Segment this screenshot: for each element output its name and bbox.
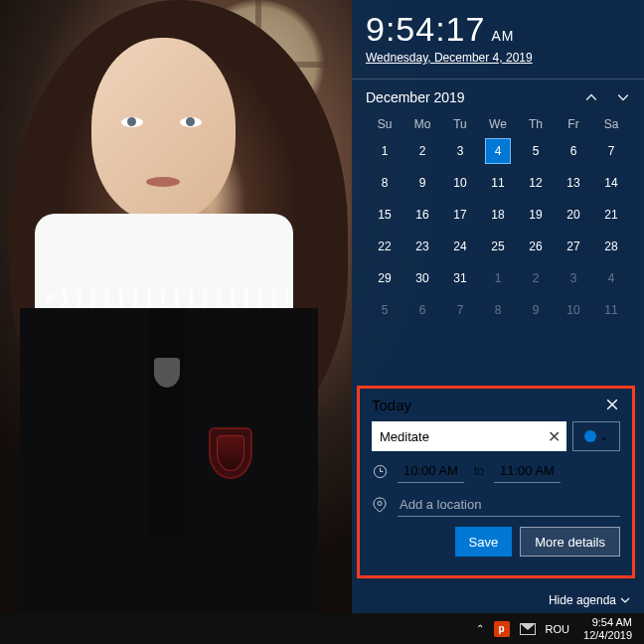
calendar-next-month-button[interactable]	[616, 90, 630, 104]
calendar-day-cell[interactable]: 10	[441, 167, 479, 199]
calendar-day-cell[interactable]: 2	[403, 135, 441, 167]
more-details-button[interactable]: More details	[520, 527, 620, 557]
calendar-day-cell[interactable]: 24	[441, 231, 479, 262]
calendar-day-cell[interactable]: 15	[366, 199, 403, 231]
calendar-dow-header: Tu	[441, 113, 479, 135]
clock-icon	[372, 464, 388, 479]
calendar-day-cell[interactable]: 7	[592, 135, 630, 167]
calendar-day-cell[interactable]: 29	[366, 262, 403, 294]
calendar-day-cell[interactable]: 14	[592, 167, 630, 199]
tray-overflow-button[interactable]: ⌃	[476, 623, 484, 634]
calendar-day-cell[interactable]: 9	[403, 167, 441, 199]
calendar-dow-header: Su	[366, 113, 403, 135]
calendar-day-cell[interactable]: 17	[441, 199, 479, 231]
calendar-dow-header: We	[479, 113, 517, 135]
hide-agenda-button[interactable]: Hide agenda	[549, 593, 630, 607]
location-icon	[372, 497, 388, 513]
event-color-dropdown[interactable]: ⌄	[572, 421, 620, 451]
event-start-time-field[interactable]: 10:00 AM	[398, 459, 464, 483]
calendar-day-cell[interactable]: 19	[517, 199, 555, 231]
clock-time: 9:54:17 AM	[366, 10, 630, 49]
tray-language-indicator[interactable]: ROU	[546, 623, 569, 635]
calendar-day-cell[interactable]: 23	[403, 231, 441, 262]
calendar-day-cell[interactable]: 26	[517, 231, 555, 262]
divider	[352, 79, 644, 80]
taskbar-clock[interactable]: 9:54 AM 12/4/2019	[577, 616, 638, 640]
wallpaper-figure-badge	[154, 358, 180, 388]
close-icon	[606, 399, 618, 410]
event-location-input[interactable]	[398, 493, 620, 517]
calendar-day-cell[interactable]: 3	[555, 262, 592, 294]
chevron-down-icon: ⌄	[600, 431, 608, 442]
calendar-day-cell[interactable]: 27	[555, 231, 592, 262]
calendar-day-cell[interactable]: 12	[517, 167, 555, 199]
calendar-day-cell[interactable]: 18	[479, 199, 517, 231]
calendar-prev-month-button[interactable]	[584, 90, 598, 104]
calendar-day-cell[interactable]: 11	[479, 167, 517, 199]
calendar-dow-header: Th	[517, 113, 555, 135]
calendar-day-cell[interactable]: 9	[517, 294, 555, 326]
calendar-day-cell[interactable]: 1	[479, 262, 517, 294]
agenda-close-button[interactable]	[606, 397, 620, 413]
calendar-day-cell[interactable]: 8	[366, 167, 403, 199]
calendar-day-cell[interactable]: 10	[555, 294, 592, 326]
wallpaper-figure-crest	[209, 427, 252, 479]
taskbar-date: 12/4/2019	[583, 629, 632, 641]
event-title-clear-button[interactable]: ✕	[548, 427, 561, 446]
calendar-day-cell[interactable]: 21	[592, 199, 630, 231]
calendar-day-cell[interactable]: 13	[555, 167, 592, 199]
taskbar-time: 9:54 AM	[583, 616, 632, 628]
calendar-day-cell[interactable]: 20	[555, 199, 592, 231]
calendar-day-cell[interactable]: 7	[441, 294, 479, 326]
clock-date-link[interactable]: Wednesday, December 4, 2019	[366, 51, 533, 65]
calendar-day-cell[interactable]: 5	[517, 135, 555, 167]
calendar-day-cell[interactable]: 8	[479, 294, 517, 326]
calendar-month-label[interactable]: December 2019	[366, 89, 465, 105]
save-button[interactable]: Save	[455, 527, 513, 557]
wallpaper-figure-tie	[149, 308, 185, 537]
agenda-header: Today	[372, 397, 411, 413]
calendar-day-cell[interactable]: 25	[479, 231, 517, 262]
calendar-day-cell[interactable]: 1	[366, 135, 403, 167]
calendar-color-dot-icon	[584, 430, 596, 442]
calendar-day-cell[interactable]: 6	[403, 294, 441, 326]
system-tray[interactable]: ⌃ p ROU	[476, 621, 569, 637]
clock-ampm: AM	[491, 28, 514, 44]
calendar-grid: SuMoTuWeThFrSa 1234567891011121314151617…	[366, 113, 630, 326]
calendar-dow-header: Sa	[592, 113, 630, 135]
chevron-down-icon	[620, 595, 630, 605]
event-time-to-label: to	[474, 464, 484, 478]
event-title-input[interactable]	[380, 429, 559, 444]
calendar-day-cell[interactable]: 2	[517, 262, 555, 294]
calendar-dow-header: Fr	[555, 113, 592, 135]
calendar-day-cell[interactable]: 28	[592, 231, 630, 262]
calendar-dow-header: Mo	[403, 113, 441, 135]
clock-time-value: 9:54:17	[366, 10, 485, 49]
calendar-day-cell[interactable]: 6	[555, 135, 592, 167]
calendar-day-cell[interactable]: 16	[403, 199, 441, 231]
calendar-day-cell[interactable]: 4	[479, 135, 517, 167]
svg-point-1	[378, 502, 382, 506]
tray-mail-icon[interactable]	[520, 623, 536, 635]
agenda-quick-event-panel: Today ✕ ⌄ 10:00 AM to 11:00 AM Save More…	[357, 386, 635, 578]
hide-agenda-label: Hide agenda	[549, 593, 616, 607]
calendar-day-cell[interactable]: 30	[403, 262, 441, 294]
event-title-field[interactable]: ✕	[372, 421, 566, 451]
calendar-day-cell[interactable]: 31	[441, 262, 479, 294]
calendar-day-cell[interactable]: 11	[592, 294, 630, 326]
calendar-day-cell[interactable]: 3	[441, 135, 479, 167]
wallpaper-figure-face	[91, 38, 236, 222]
taskbar: ⌃ p ROU 9:54 AM 12/4/2019	[0, 613, 644, 644]
tray-app-icon[interactable]: p	[494, 621, 510, 637]
event-end-time-field[interactable]: 11:00 AM	[494, 459, 561, 483]
calendar-day-cell[interactable]: 22	[366, 231, 403, 262]
calendar-day-cell[interactable]: 4	[592, 262, 630, 294]
calendar-day-cell[interactable]: 5	[366, 294, 403, 326]
